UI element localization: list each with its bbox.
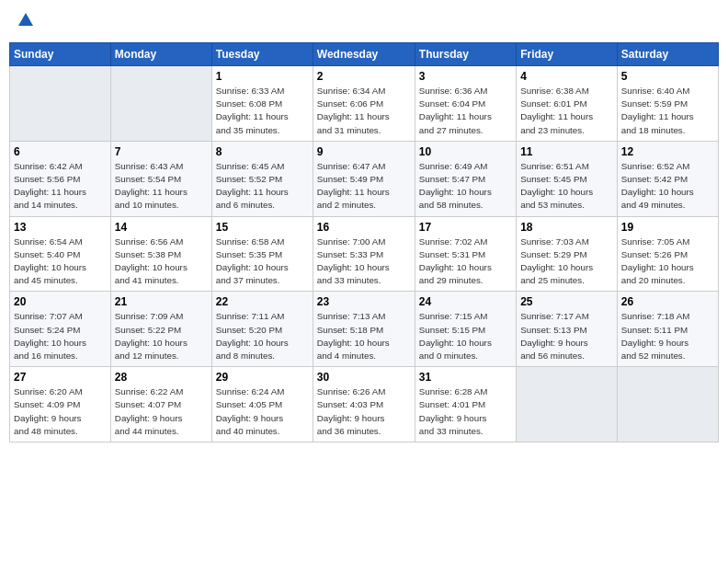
day-number: 27: [14, 371, 107, 384]
day-info: Sunrise: 6:28 AM Sunset: 4:01 PM Dayligh…: [419, 385, 512, 438]
day-number: 13: [14, 221, 107, 234]
page-header: [9, 9, 719, 35]
calendar-day-cell: 18Sunrise: 7:03 AM Sunset: 5:29 PM Dayli…: [517, 216, 618, 292]
day-info: Sunrise: 6:52 AM Sunset: 5:42 PM Dayligh…: [621, 160, 714, 213]
day-info: Sunrise: 6:38 AM Sunset: 6:01 PM Dayligh…: [520, 85, 613, 137]
day-number: 4: [520, 70, 613, 83]
calendar-day-cell: 10Sunrise: 6:49 AM Sunset: 5:47 PM Dayli…: [415, 141, 516, 216]
weekday-header: Saturday: [617, 43, 718, 66]
calendar-week-row: 20Sunrise: 7:07 AM Sunset: 5:24 PM Dayli…: [10, 292, 719, 367]
calendar-day-cell: 13Sunrise: 6:54 AM Sunset: 5:40 PM Dayli…: [10, 216, 111, 292]
day-number: 5: [621, 70, 714, 83]
calendar-header-row: SundayMondayTuesdayWednesdayThursdayFrid…: [10, 43, 719, 66]
day-info: Sunrise: 7:13 AM Sunset: 5:18 PM Dayligh…: [317, 310, 411, 362]
calendar-day-cell: 8Sunrise: 6:45 AM Sunset: 5:52 PM Daylig…: [211, 141, 313, 216]
day-info: Sunrise: 6:58 AM Sunset: 5:35 PM Dayligh…: [216, 236, 309, 288]
calendar-table: SundayMondayTuesdayWednesdayThursdayFrid…: [9, 42, 719, 442]
day-info: Sunrise: 7:09 AM Sunset: 5:22 PM Dayligh…: [115, 310, 208, 362]
calendar-day-cell: 19Sunrise: 7:05 AM Sunset: 5:26 PM Dayli…: [617, 216, 718, 292]
weekday-header: Friday: [517, 43, 618, 66]
weekday-header: Wednesday: [313, 43, 415, 66]
day-number: 24: [419, 295, 512, 308]
day-number: 18: [520, 221, 613, 234]
day-number: 19: [621, 221, 714, 234]
logo-triangle-icon: [18, 13, 33, 29]
day-info: Sunrise: 7:15 AM Sunset: 5:15 PM Dayligh…: [419, 310, 512, 362]
day-info: Sunrise: 6:36 AM Sunset: 6:04 PM Dayligh…: [419, 85, 512, 137]
calendar-day-cell: 27Sunrise: 6:20 AM Sunset: 4:09 PM Dayli…: [10, 367, 111, 442]
day-number: 8: [216, 145, 309, 158]
calendar-day-cell: 12Sunrise: 6:52 AM Sunset: 5:42 PM Dayli…: [617, 141, 718, 216]
day-number: 9: [317, 145, 411, 158]
calendar-day-cell: [10, 66, 111, 142]
day-info: Sunrise: 7:18 AM Sunset: 5:11 PM Dayligh…: [621, 310, 714, 362]
calendar-week-row: 27Sunrise: 6:20 AM Sunset: 4:09 PM Dayli…: [10, 367, 719, 442]
day-info: Sunrise: 6:34 AM Sunset: 6:06 PM Dayligh…: [317, 85, 411, 137]
day-number: 29: [216, 371, 309, 384]
day-info: Sunrise: 6:43 AM Sunset: 5:54 PM Dayligh…: [115, 160, 208, 213]
calendar-day-cell: [517, 367, 618, 442]
calendar-day-cell: 23Sunrise: 7:13 AM Sunset: 5:18 PM Dayli…: [313, 292, 415, 367]
day-number: 23: [317, 295, 411, 308]
calendar-day-cell: 11Sunrise: 6:51 AM Sunset: 5:45 PM Dayli…: [517, 141, 618, 216]
day-info: Sunrise: 7:00 AM Sunset: 5:33 PM Dayligh…: [317, 236, 411, 288]
weekday-header: Monday: [110, 43, 211, 66]
day-info: Sunrise: 6:33 AM Sunset: 6:08 PM Dayligh…: [216, 85, 309, 137]
calendar-day-cell: 22Sunrise: 7:11 AM Sunset: 5:20 PM Dayli…: [211, 292, 313, 367]
day-number: 12: [621, 145, 714, 158]
day-number: 31: [419, 371, 512, 384]
calendar-day-cell: [617, 367, 718, 442]
day-number: 14: [115, 221, 208, 234]
weekday-header: Sunday: [10, 43, 111, 66]
day-info: Sunrise: 6:40 AM Sunset: 5:59 PM Dayligh…: [621, 85, 714, 137]
calendar-day-cell: 30Sunrise: 6:26 AM Sunset: 4:03 PM Dayli…: [313, 367, 415, 442]
day-number: 17: [419, 221, 512, 234]
calendar-week-row: 13Sunrise: 6:54 AM Sunset: 5:40 PM Dayli…: [10, 216, 719, 292]
calendar-day-cell: 31Sunrise: 6:28 AM Sunset: 4:01 PM Dayli…: [415, 367, 516, 442]
day-info: Sunrise: 6:45 AM Sunset: 5:52 PM Dayligh…: [216, 160, 309, 213]
calendar-day-cell: 9Sunrise: 6:47 AM Sunset: 5:49 PM Daylig…: [313, 141, 415, 216]
day-info: Sunrise: 6:51 AM Sunset: 5:45 PM Dayligh…: [520, 160, 613, 213]
day-info: Sunrise: 6:26 AM Sunset: 4:03 PM Dayligh…: [317, 385, 411, 438]
calendar-day-cell: 5Sunrise: 6:40 AM Sunset: 5:59 PM Daylig…: [617, 66, 718, 142]
day-number: 7: [115, 145, 208, 158]
day-number: 15: [216, 221, 309, 234]
day-number: 20: [14, 295, 107, 308]
day-number: 11: [520, 145, 613, 158]
day-info: Sunrise: 6:22 AM Sunset: 4:07 PM Dayligh…: [115, 385, 208, 438]
calendar-day-cell: [110, 66, 211, 142]
day-number: 22: [216, 295, 309, 308]
day-info: Sunrise: 6:47 AM Sunset: 5:49 PM Dayligh…: [317, 160, 411, 213]
day-number: 2: [317, 70, 411, 83]
day-number: 6: [14, 145, 107, 158]
day-info: Sunrise: 7:02 AM Sunset: 5:31 PM Dayligh…: [419, 236, 512, 288]
day-number: 26: [621, 295, 714, 308]
calendar-day-cell: 21Sunrise: 7:09 AM Sunset: 5:22 PM Dayli…: [110, 292, 211, 367]
calendar-day-cell: 6Sunrise: 6:42 AM Sunset: 5:56 PM Daylig…: [10, 141, 111, 216]
calendar-day-cell: 26Sunrise: 7:18 AM Sunset: 5:11 PM Dayli…: [617, 292, 718, 367]
day-number: 30: [317, 371, 411, 384]
day-info: Sunrise: 6:24 AM Sunset: 4:05 PM Dayligh…: [216, 385, 309, 438]
day-info: Sunrise: 6:54 AM Sunset: 5:40 PM Dayligh…: [14, 236, 107, 288]
calendar-day-cell: 25Sunrise: 7:17 AM Sunset: 5:13 PM Dayli…: [517, 292, 618, 367]
day-number: 16: [317, 221, 411, 234]
day-info: Sunrise: 7:07 AM Sunset: 5:24 PM Dayligh…: [14, 310, 107, 362]
weekday-header: Tuesday: [211, 43, 313, 66]
calendar-week-row: 6Sunrise: 6:42 AM Sunset: 5:56 PM Daylig…: [10, 141, 719, 216]
day-number: 21: [115, 295, 208, 308]
calendar-week-row: 1Sunrise: 6:33 AM Sunset: 6:08 PM Daylig…: [10, 66, 719, 142]
logo: [17, 13, 33, 31]
calendar-day-cell: 4Sunrise: 6:38 AM Sunset: 6:01 PM Daylig…: [517, 66, 618, 142]
day-number: 10: [419, 145, 512, 158]
day-info: Sunrise: 7:03 AM Sunset: 5:29 PM Dayligh…: [520, 236, 613, 288]
calendar-day-cell: 16Sunrise: 7:00 AM Sunset: 5:33 PM Dayli…: [313, 216, 415, 292]
svg-marker-0: [18, 13, 33, 26]
calendar-day-cell: 7Sunrise: 6:43 AM Sunset: 5:54 PM Daylig…: [110, 141, 211, 216]
calendar-day-cell: 2Sunrise: 6:34 AM Sunset: 6:06 PM Daylig…: [313, 66, 415, 142]
day-number: 28: [115, 371, 208, 384]
day-info: Sunrise: 6:20 AM Sunset: 4:09 PM Dayligh…: [14, 385, 107, 438]
weekday-header: Thursday: [415, 43, 516, 66]
day-info: Sunrise: 7:11 AM Sunset: 5:20 PM Dayligh…: [216, 310, 309, 362]
calendar-day-cell: 17Sunrise: 7:02 AM Sunset: 5:31 PM Dayli…: [415, 216, 516, 292]
day-number: 1: [216, 70, 309, 83]
